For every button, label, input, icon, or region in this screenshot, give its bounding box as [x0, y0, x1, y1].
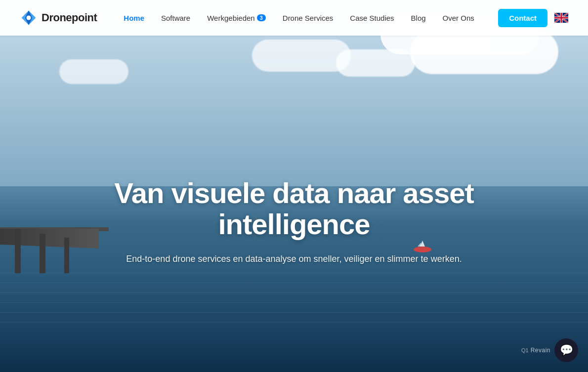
hero-subtitle: End-to-end drone services en data-analys…	[96, 252, 492, 266]
bridge-pillar-3	[64, 238, 69, 273]
svg-point-2	[27, 16, 31, 20]
water-line-2	[0, 283, 588, 283]
bridge-pillar-1	[15, 229, 21, 273]
hero-title: Van visuele data naar asset intelligence	[96, 177, 492, 240]
water-line-5	[0, 312, 588, 313]
navbar: Dronepoint Home Software Werkgebieden 3 …	[0, 0, 588, 36]
revain-widget: Q1 Revain 💬	[521, 338, 578, 362]
nav-blog[interactable]: Blog	[404, 10, 433, 26]
brand-name: Dronepoint	[42, 11, 97, 24]
nav-links: Home Software Werkgebieden 3 Drone Servi…	[117, 10, 498, 26]
logo-icon	[20, 9, 38, 27]
water-line-4	[0, 302, 588, 303]
hero-section: Van visuele data naar asset intelligence…	[0, 0, 588, 372]
nav-right: Contact	[498, 9, 568, 27]
water-line-1	[0, 273, 588, 273]
revain-chat-button[interactable]: 💬	[554, 338, 578, 362]
contact-button[interactable]: Contact	[498, 9, 547, 27]
nav-case-studies[interactable]: Case Studies	[343, 10, 401, 26]
nav-drone-services[interactable]: Drone Services	[276, 10, 340, 26]
cloud-5	[252, 40, 351, 72]
bridge-pillar-2	[40, 234, 45, 273]
werkgebieden-badge: 3	[257, 14, 266, 21]
hero-content: Van visuele data naar asset intelligence…	[96, 177, 492, 266]
logo[interactable]: Dronepoint	[20, 9, 97, 27]
nav-home[interactable]: Home	[117, 10, 151, 26]
revain-label: Q1 Revain	[521, 347, 550, 354]
cloud-6	[59, 59, 128, 84]
water-line-6	[0, 322, 588, 323]
language-selector[interactable]	[554, 13, 568, 23]
water-line-3	[0, 292, 588, 293]
nav-werkgebieden[interactable]: Werkgebieden 3	[200, 10, 273, 26]
nav-over-ons[interactable]: Over Ons	[436, 10, 481, 26]
nav-software[interactable]: Software	[154, 10, 197, 26]
